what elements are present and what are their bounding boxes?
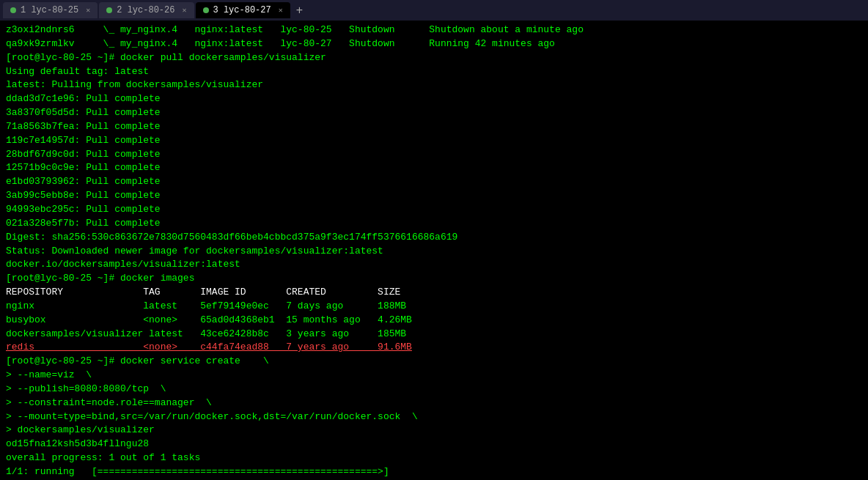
terminal-line: docker.io/dockersamples/visualizer:lates…	[6, 258, 862, 272]
terminal-line: [root@lyc-80-25 ~]# docker images	[6, 272, 862, 286]
terminal-line: od15fna12ksh5d3b4fllngu28	[6, 437, 862, 451]
tab-3-label: 3 lyc-80-27	[213, 5, 271, 15]
terminal-line: latest: Pulling from dockersamples/visua…	[6, 78, 862, 92]
terminal-line: 94993ebc295c: Pull complete	[6, 203, 862, 217]
tab-bar: 1 lyc-80-25 ✕ 2 lyc-80-26 ✕ 3 lyc-80-27 …	[0, 0, 868, 21]
terminal-line: busybox <none> 65ad0d4368eb1 15 months a…	[6, 314, 862, 328]
terminal-line: nginx latest 5ef79149e0ec 7 days ago 188…	[6, 300, 862, 314]
terminal-line: > --publish=8080:8080/tcp \	[6, 383, 862, 396]
tab-1-dot	[10, 7, 16, 13]
terminal: z3oxi2ndnrs6 \_ my_nginx.4 nginx:latest …	[0, 21, 868, 480]
terminal-line: Using default tag: latest	[6, 65, 862, 79]
terminal-line: 3a8370f05d5d: Pull complete	[6, 106, 862, 120]
tab-3-close[interactable]: ✕	[279, 6, 283, 15]
terminal-line: 12571b9c0c9e: Pull complete	[6, 161, 862, 175]
terminal-line: 3ab99c5ebb8e: Pull complete	[6, 189, 862, 203]
terminal-line: ddad3d7c1e96: Pull complete	[6, 92, 862, 106]
terminal-line: Status: Downloaded newer image for docke…	[6, 245, 862, 259]
tab-2-label: 2 lyc-80-26	[117, 5, 174, 15]
terminal-line: [root@lyc-80-25 ~]# docker pull dockersa…	[6, 51, 862, 65]
terminal-line: redis <none> c44fa74ead88 7 years ago 91…	[6, 341, 862, 355]
tab-3-dot	[203, 7, 209, 13]
add-tab-button[interactable]: +	[292, 4, 307, 17]
terminal-line: [root@lyc-80-25 ~]# docker service creat…	[6, 355, 862, 369]
terminal-line: REPOSITORY TAG IMAGE ID CREATED SIZE	[6, 286, 862, 300]
terminal-line: dockersamples/visualizer latest 43ce6242…	[6, 328, 862, 341]
terminal-line: qa9xk9zrmlkv \_ my_nginx.4 nginx:latest …	[6, 37, 862, 51]
terminal-line: > dockersamples/visualizer	[6, 424, 862, 437]
terminal-line: overall progress: 1 out of 1 tasks	[6, 451, 862, 465]
terminal-line: 119c7e14957d: Pull complete	[6, 134, 862, 148]
tab-3[interactable]: 3 lyc-80-27 ✕	[196, 2, 290, 18]
tab-2[interactable]: 2 lyc-80-26 ✕	[99, 2, 194, 18]
terminal-line: 28bdf67d9c0d: Pull complete	[6, 148, 862, 162]
terminal-line: e1bd03793962: Pull complete	[6, 175, 862, 189]
terminal-line: > --constraint=node.role==manager \	[6, 396, 862, 410]
terminal-line: > --mount=type=bind,src=/var/run/docker.…	[6, 410, 862, 424]
tab-1-label: 1 lyc-80-25	[21, 5, 78, 15]
terminal-line: 021a328e5f7b: Pull complete	[6, 217, 862, 231]
terminal-line: Digest: sha256:530c863672e7830d7560483df…	[6, 231, 862, 245]
tab-1[interactable]: 1 lyc-80-25 ✕	[3, 2, 98, 18]
tab-2-dot	[106, 7, 112, 13]
terminal-line: 1/1: running [==========================…	[6, 465, 862, 479]
tab-1-close[interactable]: ✕	[86, 6, 90, 15]
terminal-line: > --name=viz \	[6, 369, 862, 383]
terminal-line: z3oxi2ndnrs6 \_ my_nginx.4 nginx:latest …	[6, 23, 862, 37]
tab-2-close[interactable]: ✕	[182, 6, 186, 15]
terminal-line: 71a8563b7fea: Pull complete	[6, 120, 862, 134]
